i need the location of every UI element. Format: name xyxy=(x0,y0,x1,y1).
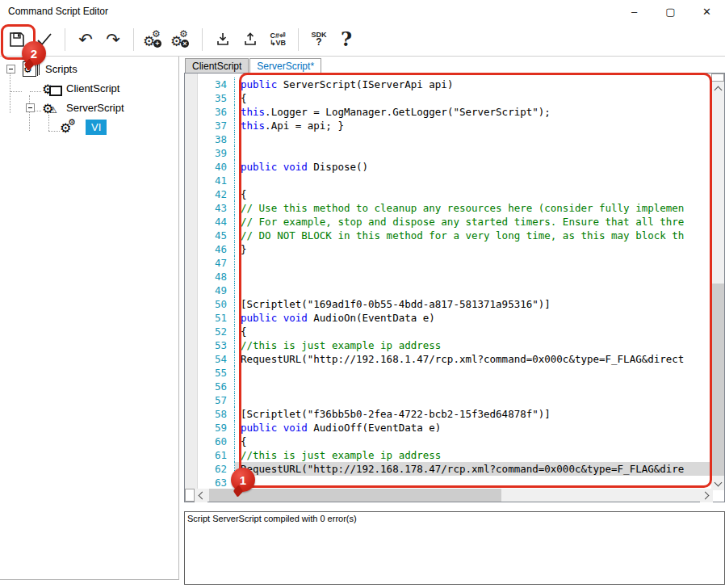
minimize-button[interactable]: – xyxy=(616,0,652,23)
remove-script-button[interactable]: ⚙ ⚙ × xyxy=(168,25,195,54)
code-line[interactable]: 60{ xyxy=(185,435,711,448)
tree-connector xyxy=(48,115,49,131)
code-text[interactable] xyxy=(235,132,711,146)
code-line[interactable]: 39 xyxy=(185,146,711,160)
code-segment: .Api = api; } xyxy=(265,120,344,132)
code-text[interactable] xyxy=(235,366,711,380)
code-line[interactable]: 46} xyxy=(185,242,711,256)
code-text[interactable]: RequestURL("http://192.168.178.47/rcp.xm… xyxy=(235,462,711,476)
horizontal-scrollbar[interactable] xyxy=(185,489,713,502)
code-text[interactable]: public void AudioOff(EventData e) xyxy=(235,421,711,435)
code-line[interactable]: 45// DO NOT BLOCK in this method for a v… xyxy=(185,229,711,242)
vertical-scroll-thumb[interactable] xyxy=(711,284,724,476)
code-line[interactable]: 41 xyxy=(185,174,711,187)
code-line[interactable]: 50[Scriptlet("169ad1f0-0b55-4bdd-a817-58… xyxy=(185,297,711,311)
code-text[interactable] xyxy=(235,380,711,393)
scrollbar-splitter[interactable] xyxy=(711,74,724,82)
redo-button[interactable]: ↷ xyxy=(99,25,127,54)
tab-clientscript[interactable]: ClientScript xyxy=(185,58,249,74)
tree-item-vi[interactable]: ⚙⚙ VI xyxy=(60,118,107,136)
code-text[interactable]: RequestURL("http://192.168.1.47/rcp.xml?… xyxy=(235,352,711,366)
code-line[interactable]: 57 xyxy=(185,393,711,407)
code-line[interactable]: 55 xyxy=(185,366,711,380)
code-line[interactable]: 58[Scriptlet("f36bb5b0-2fea-4722-bcb2-15… xyxy=(185,407,711,421)
code-segment: { xyxy=(241,435,247,447)
tree-connector xyxy=(10,73,10,113)
scroll-up-button[interactable] xyxy=(711,82,724,95)
code-text[interactable]: } xyxy=(235,476,711,489)
code-line[interactable]: 43// Use this method to cleanup any reso… xyxy=(185,201,711,215)
sdk-help-button[interactable]: SDK ? xyxy=(305,25,333,54)
code-text[interactable] xyxy=(235,270,711,284)
code-line[interactable]: 49 xyxy=(185,284,711,297)
tree-item-label: ServerScript xyxy=(66,102,124,114)
code-editor[interactable]: 34public ServerScript(IServerApi api)35{… xyxy=(184,73,725,502)
code-text[interactable]: this.Api = api; } xyxy=(235,119,711,132)
code-text[interactable]: this.Logger = LogManager.GetLogger("Serv… xyxy=(235,105,711,119)
code-segment: public void xyxy=(241,161,313,173)
collapse-toggle-scripts[interactable] xyxy=(6,65,15,74)
code-line[interactable]: 52{ xyxy=(185,325,711,338)
code-line[interactable]: 44// For example, stop and dispose any s… xyxy=(185,215,711,229)
scroll-down-button[interactable] xyxy=(711,477,724,490)
code-line[interactable]: 42{ xyxy=(185,187,711,201)
import-button[interactable] xyxy=(209,25,237,54)
code-segment: { xyxy=(241,188,247,200)
collapse-toggle-serverscript[interactable] xyxy=(26,103,35,112)
code-text[interactable] xyxy=(235,393,711,407)
code-line[interactable]: 36this.Logger = LogManager.GetLogger("Se… xyxy=(185,105,711,119)
code-text[interactable]: { xyxy=(235,325,711,338)
code-text[interactable]: { xyxy=(235,435,711,448)
code-line[interactable]: 59public void AudioOff(EventData e) xyxy=(185,421,711,435)
code-lines[interactable]: 34public ServerScript(IServerApi api)35{… xyxy=(185,74,711,489)
code-text[interactable]: // DO NOT BLOCK in this method for a ver… xyxy=(235,229,711,242)
code-text[interactable]: public void Dispose() xyxy=(235,160,711,174)
code-text[interactable] xyxy=(235,146,711,160)
code-text[interactable]: // Use this method to cleanup any resour… xyxy=(235,201,711,215)
code-text[interactable]: //this is just example ip address xyxy=(235,338,711,352)
csharp-vb-convert-button[interactable]: C#⏎ ↳VB xyxy=(264,25,291,54)
export-button[interactable] xyxy=(237,25,264,54)
code-text[interactable]: public ServerScript(IServerApi api) xyxy=(235,78,711,91)
scrollbar-gripper[interactable] xyxy=(185,489,195,502)
undo-button[interactable]: ↶ xyxy=(72,25,99,54)
code-text[interactable]: [Scriptlet("f36bb5b0-2fea-4722-bcb2-15f3… xyxy=(235,407,711,421)
code-text[interactable] xyxy=(235,174,711,187)
vertical-scrollbar[interactable] xyxy=(711,74,724,490)
code-line[interactable]: 63} xyxy=(185,476,711,489)
code-text[interactable] xyxy=(235,256,711,270)
code-line[interactable]: 35{ xyxy=(185,91,711,105)
code-text[interactable]: { xyxy=(235,187,711,201)
code-text[interactable] xyxy=(235,284,711,297)
code-line[interactable]: 37this.Api = api; } xyxy=(185,119,711,132)
horizontal-scroll-thumb[interactable] xyxy=(209,489,501,502)
code-text[interactable]: [Scriptlet("169ad1f0-0b55-4bdd-a817-5813… xyxy=(235,297,711,311)
code-line[interactable]: 51public void AudioOn(EventData e) xyxy=(185,311,711,325)
tree-item-clientscript[interactable]: ⚙ ClientScript xyxy=(42,79,119,97)
code-text[interactable]: } xyxy=(235,242,711,256)
code-line[interactable]: 54RequestURL("http://192.168.1.47/rcp.xm… xyxy=(185,352,711,366)
code-line[interactable]: 47 xyxy=(185,256,711,270)
code-line[interactable]: 34public ServerScript(IServerApi api) xyxy=(185,78,711,91)
code-text[interactable]: // For example, stop and dispose any sta… xyxy=(235,215,711,229)
window-title: Command Script Editor xyxy=(8,6,108,17)
code-line[interactable]: 61//this is just example ip address xyxy=(185,448,711,462)
code-line[interactable]: 48 xyxy=(185,270,711,284)
code-line[interactable]: 53//this is just example ip address xyxy=(185,338,711,352)
code-segment: AudioOn(EventData e) xyxy=(313,312,435,324)
code-line[interactable]: 56 xyxy=(185,380,711,393)
scroll-left-button[interactable] xyxy=(195,489,207,502)
add-script-button[interactable]: ⚙ ⚙ + xyxy=(140,25,168,54)
maximize-button[interactable]: ▢ xyxy=(652,0,689,23)
code-line[interactable]: 40public void Dispose() xyxy=(185,160,711,174)
tree-item-serverscript[interactable]: ⚙⚠ ServerScript xyxy=(42,99,124,116)
code-line[interactable]: 38 xyxy=(185,132,711,146)
tab-serverscript[interactable]: ServerScript* xyxy=(249,58,321,74)
code-line[interactable]: 62RequestURL("http://192.168.178.47/rcp.… xyxy=(185,462,711,476)
help-button[interactable]: ? xyxy=(333,25,360,54)
close-button[interactable]: ✕ xyxy=(689,0,725,23)
code-text[interactable]: //this is just example ip address xyxy=(235,448,711,462)
code-text[interactable]: { xyxy=(235,91,711,105)
code-text[interactable]: public void AudioOn(EventData e) xyxy=(235,311,711,325)
scroll-right-button[interactable] xyxy=(700,489,713,502)
